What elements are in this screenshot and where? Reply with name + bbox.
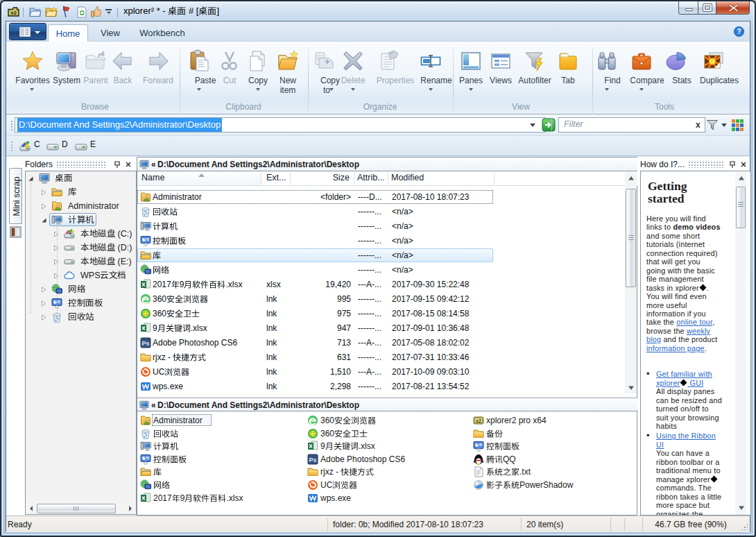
svg-text:?: ? [737,28,741,35]
svg-text:x2: x2 [11,10,17,16]
